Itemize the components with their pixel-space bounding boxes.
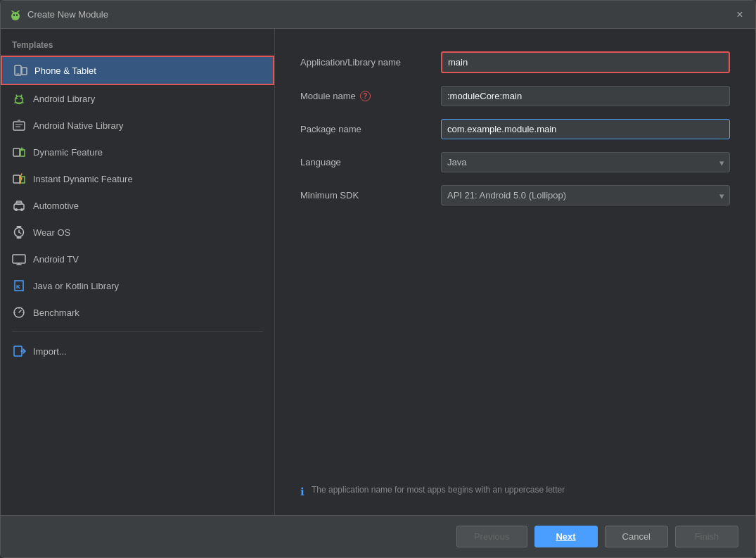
svg-rect-23 bbox=[13, 175, 20, 183]
svg-line-14 bbox=[21, 95, 23, 96]
dialog-title: Create New Module bbox=[27, 9, 733, 20]
android-tv-icon bbox=[12, 252, 26, 266]
automotive-icon bbox=[12, 198, 26, 213]
android-native-label: Android Native Library bbox=[33, 120, 124, 131]
svg-text:K: K bbox=[16, 284, 20, 290]
app-library-name-row: Application/Library name bbox=[300, 51, 730, 73]
sidebar-item-automotive[interactable]: Automotive bbox=[1, 192, 274, 219]
android-title-icon bbox=[9, 8, 22, 21]
module-name-help-icon[interactable]: ? bbox=[360, 91, 371, 101]
sidebar-item-dynamic-feature[interactable]: Dynamic Feature bbox=[1, 139, 274, 165]
svg-point-11 bbox=[16, 98, 18, 99]
title-bar: Create New Module × bbox=[1, 1, 755, 29]
min-sdk-control: API 21: Android 5.0 (Lollipop) API 22 AP… bbox=[441, 185, 730, 205]
svg-rect-8 bbox=[22, 68, 27, 75]
info-text: The application name for most apps begin… bbox=[312, 485, 565, 495]
sidebar-item-benchmark[interactable]: Benchmark bbox=[1, 299, 274, 326]
language-label: Language bbox=[300, 157, 441, 167]
sidebar-item-android-tv[interactable]: Android TV bbox=[1, 246, 274, 272]
close-button[interactable]: × bbox=[733, 8, 747, 22]
svg-point-0 bbox=[11, 12, 20, 20]
import-icon bbox=[12, 344, 26, 358]
automotive-label: Automotive bbox=[33, 201, 79, 211]
android-tv-label: Android TV bbox=[33, 254, 79, 265]
java-kotlin-label: Java or Kotlin Library bbox=[33, 281, 119, 291]
benchmark-label: Benchmark bbox=[33, 307, 79, 318]
dynamic-feature-label: Dynamic Feature bbox=[33, 147, 103, 158]
language-control: Java Kotlin ▾ bbox=[441, 152, 730, 172]
package-name-control bbox=[441, 119, 730, 139]
svg-rect-2 bbox=[16, 14, 18, 16]
sidebar-item-android-library[interactable]: Android Library bbox=[1, 85, 274, 112]
min-sdk-label: Minimum SDK bbox=[300, 190, 441, 201]
wear-os-label: Wear OS bbox=[33, 227, 70, 238]
cancel-button[interactable]: Cancel bbox=[605, 526, 668, 547]
svg-rect-15 bbox=[14, 102, 24, 103]
sidebar-item-phone-tablet[interactable]: Phone & Tablet bbox=[1, 56, 274, 85]
info-box: ℹ The application name for most apps beg… bbox=[300, 476, 730, 504]
sidebar-item-wear-os[interactable]: Wear OS bbox=[1, 219, 274, 246]
create-new-module-dialog: Create New Module × Templates Phone & Ta… bbox=[0, 0, 756, 558]
import-label: Import... bbox=[33, 346, 67, 357]
android-library-label: Android Library bbox=[33, 94, 95, 104]
package-name-row: Package name bbox=[300, 119, 730, 139]
sidebar-item-import[interactable]: Import... bbox=[1, 338, 274, 364]
svg-rect-27 bbox=[17, 203, 21, 205]
info-icon: ℹ bbox=[300, 486, 305, 498]
sidebar: Templates Phone & Tablet bbox=[1, 29, 275, 515]
sidebar-item-instant-dynamic[interactable]: Instant Dynamic Feature bbox=[1, 165, 274, 192]
package-name-label: Package name bbox=[300, 124, 441, 134]
svg-point-5 bbox=[13, 11, 15, 13]
svg-rect-16 bbox=[13, 122, 25, 130]
svg-rect-19 bbox=[18, 120, 20, 122]
form-area: Application/Library name Module name ? bbox=[300, 51, 730, 476]
language-select[interactable]: Java Kotlin bbox=[441, 152, 730, 172]
android-native-icon bbox=[12, 118, 26, 132]
svg-line-4 bbox=[18, 11, 19, 12]
dialog-footer: Previous Next Cancel Finish bbox=[1, 515, 755, 557]
sidebar-item-android-native[interactable]: Android Native Library bbox=[1, 112, 274, 139]
svg-point-12 bbox=[20, 98, 22, 99]
android-library-icon bbox=[12, 91, 26, 106]
main-panel: Application/Library name Module name ? bbox=[275, 29, 755, 515]
svg-line-3 bbox=[12, 11, 13, 12]
finish-button[interactable]: Finish bbox=[675, 526, 738, 547]
min-sdk-select[interactable]: API 21: Android 5.0 (Lollipop) API 22 AP… bbox=[441, 185, 730, 205]
wear-os-icon bbox=[12, 225, 26, 239]
benchmark-icon bbox=[12, 305, 26, 319]
templates-label: Templates bbox=[1, 29, 274, 56]
svg-line-13 bbox=[16, 95, 18, 96]
dialog-content: Templates Phone & Tablet bbox=[1, 29, 755, 515]
java-kotlin-icon: K bbox=[12, 279, 26, 293]
svg-point-26 bbox=[20, 208, 23, 211]
previous-button[interactable]: Previous bbox=[456, 526, 527, 547]
phone-tablet-icon bbox=[13, 63, 27, 77]
svg-rect-20 bbox=[13, 148, 20, 156]
module-name-label: Module name ? bbox=[300, 91, 441, 101]
phone-tablet-label: Phone & Tablet bbox=[34, 65, 96, 76]
package-name-input[interactable] bbox=[441, 119, 730, 139]
svg-rect-1 bbox=[13, 14, 15, 16]
sidebar-item-java-kotlin[interactable]: K Java or Kotlin Library bbox=[1, 272, 274, 299]
app-library-name-control bbox=[441, 51, 730, 73]
svg-line-32 bbox=[19, 232, 21, 234]
module-name-row: Module name ? bbox=[300, 86, 730, 106]
instant-dynamic-icon bbox=[12, 172, 26, 186]
svg-point-25 bbox=[15, 208, 18, 211]
next-button[interactable]: Next bbox=[534, 526, 598, 547]
app-library-name-label: Application/Library name bbox=[300, 57, 441, 68]
language-row: Language Java Kotlin ▾ bbox=[300, 152, 730, 172]
svg-point-6 bbox=[17, 11, 18, 13]
instant-dynamic-label: Instant Dynamic Feature bbox=[33, 174, 133, 184]
dynamic-feature-icon bbox=[12, 145, 26, 159]
svg-rect-33 bbox=[13, 255, 25, 263]
app-library-name-input[interactable] bbox=[441, 51, 730, 73]
sidebar-divider bbox=[12, 331, 263, 332]
module-name-control bbox=[441, 86, 730, 106]
min-sdk-row: Minimum SDK API 21: Android 5.0 (Lollipo… bbox=[300, 185, 730, 205]
